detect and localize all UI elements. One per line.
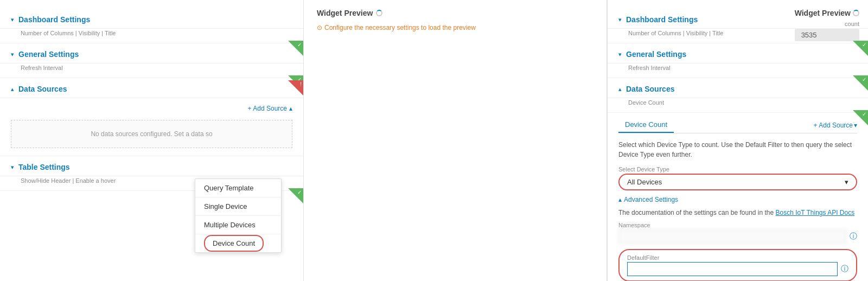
desc-text: Select which Device Type to count. Use t… [618,140,857,159]
right-data-sources-header[interactable]: ▴ Data Sources [608,80,868,98]
default-filter-info-icon[interactable]: ⓘ [841,264,848,274]
dashboard-settings-subtitle: Number of Columns | Visibility | Title [0,29,303,41]
default-filter-input[interactable] [627,262,838,276]
loading-spinner [376,10,382,16]
general-settings-subtitle: Refresh Interval [0,63,303,75]
add-source-tab-label: + Add Source [814,122,853,129]
left-panel: ▾ Dashboard Settings Number of Columns |… [0,0,304,281]
select-device-type-group: Select Device Type All Devices ▾ [618,166,857,190]
warning-icon: ! [300,80,303,87]
check-icon: ✓ [862,110,868,117]
right-dashboard-subtitle: Number of Columns | Visibility | Title [608,29,868,41]
right-data-sources: ▴ Data Sources Device Count ✓ [608,78,868,113]
general-settings-header[interactable]: ▾ General Settings [0,46,303,63]
right-dashboard-settings: ▾ Dashboard Settings Number of Columns |… [608,9,868,43]
multiple-devices-item[interactable]: Multiple Devices [195,216,281,234]
widget-preview-label: Widget Preview [317,9,373,17]
chevron-down-icon: ▾ [845,178,848,186]
widget-preview-panel: Widget Preview ⊙ Configure the necessary… [304,0,608,281]
dashboard-settings-title: Dashboard Settings [18,15,90,24]
default-filter-input-row: ⓘ [627,262,848,276]
no-data-message: No data sources configured. Set a data s… [11,120,292,148]
general-settings-section: ▾ General Settings Refresh Interval ✓ [0,43,303,78]
tabs-row: Device Count + Add Source ▾ [618,117,857,133]
chevron-up-icon: ▴ [618,86,622,93]
chevron-down-icon: ▾ [11,16,14,23]
add-source-label: + Add Source [248,105,287,112]
circle-warning-icon: ⊙ [317,24,322,31]
chevron-down-icon: ▾ [11,51,14,58]
right-panel: Widget Preview count 3535 ▾ Dashboard Se… [608,0,868,281]
default-filter-group: DefaultFilter ⓘ [618,249,857,281]
single-device-item[interactable]: Single Device [195,197,281,216]
namespace-input-row: ⓘ [618,229,857,244]
configure-message: ⊙ Configure the necessary settings to lo… [317,24,593,31]
select-device-type-label: Select Device Type [618,166,857,173]
device-count-tab[interactable]: Device Count [618,117,674,133]
no-data-text: No data sources configured. Set a data s… [91,130,212,138]
right-data-sources-subtitle: Device Count [608,98,868,110]
dashboard-settings-section: ▾ Dashboard Settings Number of Columns |… [0,9,303,43]
api-docs-link[interactable]: Bosch IoT Things API Docs [776,209,855,216]
green-badge-table: ✓ [288,188,303,203]
advanced-settings-toggle[interactable]: ▴ Advanced Settings [618,196,857,203]
data-sources-title: Data Sources [18,85,67,93]
chevron-down-icon: ▾ [854,122,857,129]
dashboard-settings-header[interactable]: ▾ Dashboard Settings [0,11,303,29]
default-filter-label: DefaultFilter [627,254,848,261]
namespace-label: Namespace [618,222,857,228]
table-settings-header[interactable]: ▾ Table Settings [0,158,303,176]
add-source-row: + Add Source ▴ [0,98,303,114]
general-settings-title: General Settings [18,50,79,59]
chevron-down-icon: ▾ [618,16,622,23]
right-data-sources-title: Data Sources [626,85,674,93]
chevron-up-icon: ▴ [289,105,292,112]
data-sources-header[interactable]: ▴ Data Sources [0,80,303,98]
device-count-item[interactable]: Device Count [195,234,281,252]
api-docs-description: The documentation of the settings can be… [618,209,774,216]
configure-msg-text: Configure the necessary settings to load… [324,24,476,31]
device-count-label: Device Count [204,235,264,252]
chevron-down-icon: ▾ [11,164,14,171]
query-template-item[interactable]: Query Template [195,179,281,197]
table-settings-title: Table Settings [18,163,70,171]
chevron-up-icon: ▴ [11,86,14,93]
right-dashboard-title: Dashboard Settings [626,15,698,24]
api-docs-text: The documentation of the settings can be… [618,209,857,216]
right-content: Select which Device Type to count. Use t… [608,133,868,281]
check-icon: ✓ [297,188,303,195]
select-device-type-value: All Devices [627,178,662,186]
add-source-dropdown: Query Template Single Device Multiple De… [195,178,282,253]
right-general-header[interactable]: ▾ General Settings [608,46,868,63]
right-general-title: General Settings [626,50,686,59]
data-sources-section: ▴ Data Sources ! + Add Source ▴ Query Te… [0,78,303,156]
select-device-type-dropdown[interactable]: All Devices ▾ [618,174,857,190]
default-filter-highlight: DefaultFilter ⓘ [618,249,857,281]
right-general-settings: ▾ General Settings Refresh Interval ✓ [608,43,868,78]
namespace-group: Namespace ⓘ [618,222,857,244]
namespace-input[interactable] [618,229,846,244]
advanced-settings-label: Advanced Settings [624,196,678,203]
chevron-up-icon: ▴ [618,196,622,203]
right-general-subtitle: Refresh Interval [608,63,868,75]
widget-preview-title: Widget Preview [317,9,593,17]
chevron-down-icon: ▾ [618,51,622,58]
namespace-info-icon[interactable]: ⓘ [850,232,857,241]
add-source-tab-button[interactable]: + Add Source ▾ [814,122,857,129]
right-dashboard-header[interactable]: ▾ Dashboard Settings [608,11,868,29]
add-source-button[interactable]: + Add Source ▴ [248,105,292,112]
